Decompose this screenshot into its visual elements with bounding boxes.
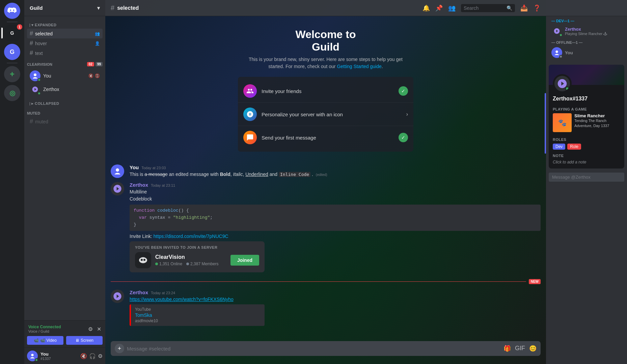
member-item-zerthox[interactable]: Zerthox Playing Slime Rancher 🕹 <box>549 24 624 38</box>
user-row-zerthox[interactable]: Zerthox <box>27 83 103 96</box>
settings-icon[interactable]: ⚙ <box>98 353 103 359</box>
channel-selected[interactable]: # selected 👥 <box>27 29 103 38</box>
dev-section-label: — DEV—1 — <box>546 16 627 24</box>
collapsed-section-label[interactable]: ▸ COLLAPSED <box>24 100 105 107</box>
invite-embed-header: YOU'VE BEEN INVITED TO JOIN A SERVER <box>135 245 259 249</box>
clearvision-section[interactable]: ClearVision 02 99 <box>24 61 105 68</box>
zerthox-message-avatar2 <box>111 290 124 303</box>
user-row-you[interactable]: You 🔇 📵 <box>27 69 103 83</box>
channel-name-selected: selected <box>35 31 53 36</box>
message-author-you[interactable]: You <box>130 164 139 170</box>
you-status-dot <box>37 78 41 82</box>
member-item-you[interactable]: You <box>549 46 624 59</box>
channel-header-name: selected <box>117 5 139 11</box>
add-server-button[interactable]: + <box>4 66 20 82</box>
server-divider <box>7 22 18 22</box>
server-divider-2 <box>7 63 18 63</box>
new-badge: NEW <box>529 279 541 284</box>
checklist-message[interactable]: Send your first message ✓ <box>238 126 413 149</box>
explore-button[interactable]: ◎ <box>4 85 20 101</box>
server-header[interactable]: Guild ▾ <box>24 0 105 16</box>
message-at-input[interactable]: Message @Zerthox <box>549 173 624 182</box>
message-icon <box>243 131 257 144</box>
zerthox-right-status <box>559 33 563 37</box>
checklist-personalize[interactable]: Personalize your server with an icon › <box>238 103 413 126</box>
expanded-section-label[interactable]: ▾ EXPANDED <box>24 22 105 29</box>
invite-link-text: Invite Link: https://discord.com/invite/… <box>130 233 541 240</box>
member-profile: — DEV—1 — Zerthox Playing Slime Rancher … <box>546 16 627 364</box>
message-group-zerthox1: Zerthox Today at 23:11 MultilineCodebloc… <box>105 181 546 275</box>
checklist: Invite your friends ✓ Personalize your s… <box>238 77 413 152</box>
yt-title[interactable]: TomSka <box>135 312 261 318</box>
youtube-link[interactable]: https://www.youtube.com/watch?v=foFKXS6N… <box>130 297 234 302</box>
voice-buttons: 📹 📹 Video 🖥 Screen <box>27 336 103 347</box>
message-header-zerthox1: Zerthox Today at 23:11 <box>130 182 541 188</box>
personalize-icon <box>243 108 257 121</box>
you-avatar-wrap <box>551 47 562 58</box>
server-name: Guild <box>30 5 43 11</box>
svg-point-0 <box>34 73 36 76</box>
discord-home-button[interactable] <box>4 3 20 19</box>
note-text[interactable]: Click to add a note <box>553 160 620 164</box>
invite-link[interactable]: https://discord.com/invite/7pNUC9C <box>154 234 228 239</box>
voice-bar: Voice Connected Voice / Guild ⚙ ✕ 📹 📹 Vi… <box>24 320 105 347</box>
guild-server-icon[interactable]: G 1 <box>4 25 20 41</box>
video-button[interactable]: 📹 📹 Video <box>27 336 63 345</box>
gif-icon[interactable]: GIF <box>515 345 525 352</box>
message-content-you: This is a message an edited message with… <box>130 171 541 178</box>
personalize-arrow: › <box>406 111 408 117</box>
channel-text[interactable]: # text <box>27 48 103 58</box>
deafen-icon[interactable]: 🎧 <box>89 353 96 359</box>
zerthox-status-dot <box>37 92 41 95</box>
header-right-icons: 🔔 📌 👥 🔍 📥 ❓ <box>422 4 541 12</box>
right-panel: — DEV—1 — Zerthox Playing Slime Rancher … <box>546 0 627 364</box>
message-author-zerthox1[interactable]: Zerthox <box>130 182 148 188</box>
gift-icon[interactable]: 🎁 <box>503 345 511 352</box>
playing-label: PLAYING A GAME <box>553 107 620 111</box>
add-attachment-button[interactable]: + <box>115 344 124 353</box>
zerthox-mini-avatar <box>30 84 40 95</box>
roles-row: Dev Role <box>553 144 620 150</box>
channel-hover[interactable]: # hover 👤 <box>27 38 103 48</box>
pin-icon[interactable]: 📌 <box>435 4 443 12</box>
channel-header: # selected 🔔 📌 👥 🔍 📥 ❓ <box>105 0 546 16</box>
clearvision-label: ClearVision <box>27 62 87 66</box>
message-content-zerthox1: MultilineCodeblock <box>130 188 541 203</box>
invite-icon <box>243 84 257 98</box>
members-icon[interactable]: 👥 <box>448 4 456 12</box>
svg-point-3 <box>139 257 147 263</box>
activity-game-icon: 🐾 <box>553 113 572 132</box>
inbox-icon[interactable]: 📥 <box>520 4 528 12</box>
note-label: NOTE <box>553 154 620 158</box>
profile-username: Zerthox#1337 <box>553 96 620 102</box>
search-bar[interactable]: 🔍 <box>461 4 515 12</box>
guild-letter: G <box>10 30 14 36</box>
svg-point-1 <box>31 354 33 356</box>
help-icon[interactable]: ❓ <box>533 4 541 12</box>
profile-banner <box>549 65 624 85</box>
svg-point-5 <box>143 259 145 261</box>
voice-settings-icon[interactable]: ⚙ <box>88 326 93 332</box>
bell-icon[interactable]: 🔔 <box>422 4 430 12</box>
channel-muted[interactable]: # muted <box>27 117 103 126</box>
emoji-icon[interactable]: 😊 <box>529 345 537 352</box>
screen-button[interactable]: 🖥 Screen <box>66 336 103 345</box>
search-input[interactable] <box>464 5 505 11</box>
joined-button[interactable]: Joined <box>230 255 259 266</box>
g-server-icon[interactable]: G <box>4 44 20 60</box>
role-dev: Dev <box>553 144 565 150</box>
message-content-zerthox2: https://www.youtube.com/watch?v=foFKXS6N… <box>130 296 541 303</box>
message-author-zerthox2[interactable]: Zerthox <box>130 290 148 295</box>
message-header-you: You Today at 23:03 <box>130 164 541 170</box>
messages-area[interactable]: Welcome toGuild This is your brand new, … <box>105 16 546 341</box>
zerthox-name: Zerthox <box>43 87 59 92</box>
active-indicator <box>1 28 3 38</box>
voice-disconnect-icon[interactable]: ✕ <box>97 326 101 332</box>
mute-icon[interactable]: 🔇 <box>80 353 87 359</box>
youtube-embed: YouTube TomSka asdfmovie10 <box>130 304 265 326</box>
role-role: Role <box>567 144 581 150</box>
checklist-invite[interactable]: Invite your friends ✓ <box>238 80 413 103</box>
getting-started-link[interactable]: Getting Started guide <box>337 64 381 69</box>
code-block: function codebloc() { var syntax = "high… <box>130 205 541 231</box>
message-input[interactable] <box>127 346 501 352</box>
